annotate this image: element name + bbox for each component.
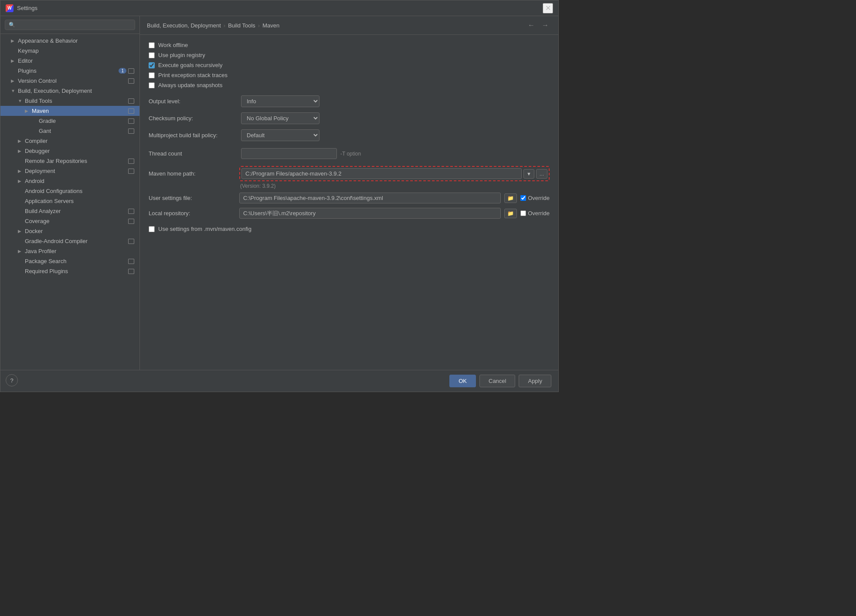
maven-home-path-row: Maven home path: ▼ … (149, 166, 550, 181)
checksum-policy-control: No Global Policy (241, 112, 550, 124)
main-content: ▶ Appearance & Behavior Keymap ▶ Editor … (0, 16, 558, 370)
breadcrumb-sep-1: › (224, 22, 225, 29)
sidebar-item-label: Appearance & Behavior (18, 37, 134, 44)
execute-goals-checkbox[interactable] (149, 62, 155, 68)
sidebar-item-deployment[interactable]: ▶ Deployment (0, 166, 139, 176)
chevron-right-icon: ▶ (18, 229, 23, 234)
local-repository-override-checkbox[interactable] (520, 210, 526, 216)
use-plugin-registry-label: Use plugin registry (158, 52, 205, 58)
page-icon (128, 129, 134, 134)
sidebar-item-package-search[interactable]: Package Search (0, 256, 139, 266)
chevron-right-icon: ▶ (11, 38, 16, 43)
checksum-policy-label: Checksum policy: (149, 115, 236, 122)
sidebar-item-editor[interactable]: ▶ Editor (0, 56, 139, 66)
window-title: Settings (17, 5, 543, 11)
sidebar-item-appearance-behavior[interactable]: ▶ Appearance & Behavior (0, 36, 139, 46)
page-icon (128, 68, 134, 74)
search-input[interactable] (5, 20, 135, 30)
maven-home-path-input[interactable] (241, 168, 522, 179)
sidebar-item-android[interactable]: ▶ Android (0, 176, 139, 186)
page-icon (128, 239, 134, 244)
sidebar-item-android-configs[interactable]: Android Configurations (0, 186, 139, 196)
sidebar-item-label: Editor (18, 58, 134, 64)
checksum-policy-select[interactable]: No Global Policy (241, 112, 319, 124)
maven-home-path-dropdown-button[interactable]: ▼ (523, 169, 534, 179)
sidebar-tree: ▶ Appearance & Behavior Keymap ▶ Editor … (0, 34, 139, 370)
thread-count-control: -T option (241, 148, 550, 159)
checkbox-row-print-exception: Print exception stack traces (149, 72, 550, 78)
nav-forward-button[interactable]: → (539, 20, 551, 30)
multiproject-fail-policy-select[interactable]: Default (241, 129, 319, 141)
sidebar-item-plugins[interactable]: Plugins 1 (0, 66, 139, 76)
page-icon (128, 118, 134, 124)
help-button[interactable]: ? (6, 374, 18, 386)
sidebar-item-maven[interactable]: ▶ Maven (0, 106, 139, 116)
maven-home-path-border: ▼ … (239, 166, 550, 181)
chevron-right-icon: ▶ (18, 169, 23, 173)
cancel-button[interactable]: Cancel (479, 375, 515, 387)
sidebar-item-build-tools[interactable]: ▼ Build Tools (0, 96, 139, 106)
search-box (0, 16, 139, 34)
user-settings-file-browse-button[interactable]: 📁 (504, 193, 517, 203)
sidebar-item-docker[interactable]: ▶ Docker (0, 226, 139, 236)
sidebar-item-label: Gradle (39, 118, 126, 124)
page-icon (128, 209, 134, 214)
local-repository-browse-button[interactable]: 📁 (504, 209, 517, 218)
sidebar-item-required-plugins[interactable]: Required Plugins (0, 266, 139, 276)
checkbox-row-execute-goals: Execute goals recursively (149, 62, 550, 68)
thread-count-input[interactable] (241, 148, 337, 159)
page-icon (128, 108, 134, 114)
print-exception-checkbox[interactable] (149, 72, 155, 78)
sidebar-item-application-servers[interactable]: Application Servers (0, 196, 139, 206)
use-mvn-settings-checkbox[interactable] (149, 226, 155, 232)
t-option-label: -T option (340, 151, 361, 157)
output-level-row: Output level: Info (149, 95, 550, 107)
local-repository-override: Override (520, 210, 550, 217)
ok-button[interactable]: OK (449, 375, 476, 387)
sidebar-item-label: Maven (32, 108, 126, 114)
sidebar-item-compiler[interactable]: ▶ Compiler (0, 136, 139, 146)
user-settings-override-checkbox[interactable] (520, 195, 526, 201)
page-icon (128, 219, 134, 224)
sidebar-item-label: Required Plugins (25, 268, 126, 274)
checkbox-row-plugin-registry: Use plugin registry (149, 52, 550, 58)
local-repository-label: Local repository: (149, 210, 236, 217)
sidebar-item-label: Build, Execution, Deployment (18, 88, 134, 94)
multiproject-fail-policy-control: Default (241, 129, 550, 141)
sidebar-item-coverage[interactable]: Coverage (0, 216, 139, 226)
sidebar-item-java-profiler[interactable]: ▶ Java Profiler (0, 246, 139, 256)
sidebar-item-keymap[interactable]: Keymap (0, 46, 139, 56)
sidebar-item-build-exec-deploy[interactable]: ▼ Build, Execution, Deployment (0, 86, 139, 96)
work-offline-checkbox[interactable] (149, 42, 155, 48)
sidebar-item-gradle-android-compiler[interactable]: Gradle-Android Compiler (0, 236, 139, 246)
sidebar-item-version-control[interactable]: ▶ Version Control (0, 76, 139, 86)
breadcrumb-bar: Build, Execution, Deployment › Build Too… (140, 16, 558, 35)
sidebar-item-label: Remote Jar Repositories (25, 158, 126, 164)
use-plugin-registry-checkbox[interactable] (149, 52, 155, 58)
update-snapshots-checkbox[interactable] (149, 82, 155, 88)
sidebar-item-debugger[interactable]: ▶ Debugger (0, 146, 139, 156)
maven-home-path-browse-button[interactable]: … (536, 169, 547, 179)
close-button[interactable]: ✕ (543, 3, 553, 14)
checkbox-row-update-snapshots: Always update snapshots (149, 82, 550, 88)
nav-back-button[interactable]: ← (525, 20, 537, 30)
sidebar: ▶ Appearance & Behavior Keymap ▶ Editor … (0, 16, 140, 370)
sidebar-item-remote-jar-repos[interactable]: Remote Jar Repositories (0, 156, 139, 166)
user-settings-file-row: User settings file: 📁 Override (149, 193, 550, 203)
chevron-right-icon: ▶ (18, 179, 23, 183)
sidebar-item-label: Keymap (18, 47, 134, 54)
breadcrumb-part-1: Build, Execution, Deployment (147, 22, 221, 29)
sidebar-item-label: Docker (25, 228, 134, 234)
local-repository-input[interactable] (239, 208, 501, 219)
sidebar-item-build-analyzer[interactable]: Build Analyzer (0, 206, 139, 216)
update-snapshots-label: Always update snapshots (158, 82, 222, 88)
user-settings-file-input[interactable] (239, 193, 501, 203)
chevron-right-icon: ▶ (18, 139, 23, 143)
sidebar-item-gradle[interactable]: Gradle (0, 116, 139, 126)
sidebar-item-label: Build Tools (25, 98, 126, 104)
sidebar-item-label: Deployment (25, 168, 126, 174)
page-icon (128, 169, 134, 174)
sidebar-item-gant[interactable]: Gant (0, 126, 139, 136)
apply-button[interactable]: Apply (519, 375, 551, 387)
output-level-select[interactable]: Info (241, 95, 319, 107)
